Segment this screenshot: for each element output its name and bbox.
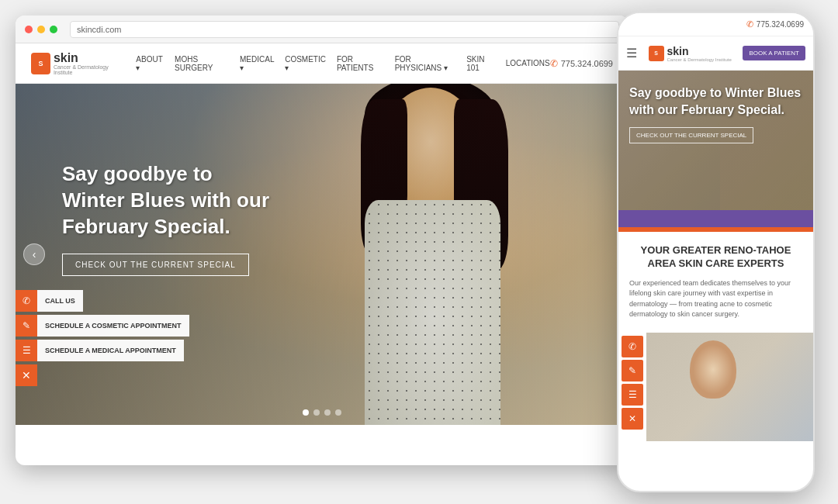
nav-physicians[interactable]: FOR PHYSICIANS ▾ (395, 55, 456, 72)
fab-medical-label: SCHEDULE A MEDICAL APPOINTMENT (37, 340, 184, 361)
logo-name: skin (54, 52, 120, 64)
fab-medical-item[interactable]: ☰ SCHEDULE A MEDICAL APPOINTMENT (16, 340, 189, 361)
fab-container: ✆ CALL US ✎ SCHEDULE A COSMETIC APPOINTM… (16, 290, 189, 386)
browser-chrome: skincdi.com (16, 16, 628, 43)
mobile-purple-bar (618, 210, 813, 227)
mobile-book-button[interactable]: BOOK A PATIENT (743, 46, 805, 60)
nav-mohs[interactable]: MOHS SURGERY (175, 55, 229, 72)
mobile-hero-content: Say goodbye to Winter Blues with our Feb… (618, 71, 813, 210)
close-icon: ✕ (22, 369, 31, 381)
fab-call-item[interactable]: ✆ CALL US (16, 290, 189, 312)
logo-icon: S (31, 53, 50, 74)
logo[interactable]: S skin Cancer & Dermatology Institute (31, 52, 120, 75)
browser-close-dot[interactable] (25, 26, 33, 33)
phone-icon: ✆ (550, 58, 558, 69)
mobile-phone-icon: ✆ (746, 19, 753, 29)
hamburger-menu-button[interactable]: ☰ (626, 46, 637, 60)
mobile-logo-icon: S (649, 46, 664, 61)
mobile-fab-column: ✆ ✎ ☰ ✕ (618, 333, 646, 441)
nav-patients[interactable]: FOR PATIENTS (337, 55, 384, 72)
nav-skin101[interactable]: SKIN 101 (466, 55, 494, 72)
fab-call-label: CALL US (37, 290, 83, 312)
nav-medical[interactable]: MEDICAL ▾ (240, 55, 274, 72)
mobile-logo-name: skin (667, 45, 732, 57)
carousel-dots (303, 409, 341, 416)
browser-maximize-dot[interactable] (50, 26, 57, 33)
site-header: S skin Cancer & Dermatology Institute AB… (16, 43, 628, 84)
mobile-top-bar: ✆ 775.324.0699 (618, 13, 813, 36)
main-nav: ABOUT ▾ MOHS SURGERY MEDICAL ▾ COSMETIC … (136, 55, 549, 72)
carousel-dot-2[interactable] (313, 409, 320, 416)
fab-doc-icon: ☰ (16, 340, 37, 361)
mobile-logo-subtitle: Cancer & Dermatology Institute (667, 57, 732, 62)
logo-subtitle: Cancer & Dermatology Institute (54, 64, 120, 75)
hero-content: Say goodbye to Winter Blues with our Feb… (62, 161, 279, 276)
fab-calendar-icon: ✎ (16, 315, 37, 337)
mobile-fab-doc-button[interactable]: ☰ (622, 384, 643, 406)
fab-phone-icon: ✆ (16, 290, 37, 312)
logo-text: skin Cancer & Dermatology Institute (54, 52, 120, 75)
header-phone[interactable]: ✆ 775.324.0699 (550, 58, 613, 69)
mobile-hero: Say goodbye to Winter Blues with our Feb… (618, 71, 813, 210)
carousel-dot-1[interactable] (303, 409, 309, 416)
url-bar[interactable]: skincdi.com (70, 21, 619, 38)
phone-number: 775.324.0699 (561, 59, 613, 68)
carousel-dot-3[interactable] (324, 409, 331, 416)
mobile-fab-phone-button[interactable]: ✆ (622, 336, 643, 357)
mobile-fab-edit-button[interactable]: ✎ (622, 360, 643, 381)
hero-cta-button[interactable]: CHECK OUT THE CURRENT SPECIAL (62, 254, 249, 276)
url-text: skincdi.com (77, 25, 121, 34)
chevron-left-icon: ‹ (33, 248, 36, 261)
fab-close-button[interactable]: ✕ (16, 364, 37, 386)
mobile-logo[interactable]: S skin Cancer & Dermatology Institute (649, 45, 732, 62)
mobile-section-body: Our experienced team dedicates themselve… (629, 278, 802, 320)
carousel-dot-4[interactable] (335, 409, 341, 416)
nav-locations[interactable]: LOCATIONS (506, 59, 550, 67)
mobile-top-phone[interactable]: 775.324.0699 (757, 20, 804, 29)
browser-minimize-dot[interactable] (37, 26, 45, 33)
hero-title: Say goodbye to Winter Blues with our Feb… (62, 161, 279, 240)
mobile-mockup: ✆ 775.324.0699 ☰ S skin Cancer & Dermato… (617, 12, 815, 492)
fab-cosmetic-label: SCHEDULE A COSMETIC APPOINTMENT (37, 315, 189, 337)
mobile-person-image (646, 333, 813, 441)
mobile-section-title: YOUR GREATER RENO-TAHOE AREA SKIN CARE E… (629, 244, 802, 271)
mobile-header: ☰ S skin Cancer & Dermatology Institute … (618, 36, 813, 71)
carousel-prev-button[interactable]: ‹ (23, 243, 45, 265)
mobile-content-section: YOUR GREATER RENO-TAHOE AREA SKIN CARE E… (618, 232, 813, 333)
mobile-hero-title: Say goodbye to Winter Blues with our Feb… (629, 85, 802, 118)
mobile-bottom-section: ✆ ✎ ☰ ✕ (618, 333, 813, 441)
mobile-hero-cta-button[interactable]: CHECK OUT THE CURRENT SPECIAL (629, 127, 753, 143)
mobile-fab-close-button[interactable]: ✕ (622, 408, 643, 430)
fab-cosmetic-item[interactable]: ✎ SCHEDULE A COSMETIC APPOINTMENT (16, 315, 189, 337)
nav-cosmetic[interactable]: COSMETIC ▾ (285, 55, 326, 72)
nav-about[interactable]: ABOUT ▾ (136, 55, 164, 72)
hero-section: Say goodbye to Winter Blues with our Feb… (16, 84, 628, 425)
desktop-browser: skincdi.com S skin Cancer & Dermatology … (16, 16, 628, 465)
